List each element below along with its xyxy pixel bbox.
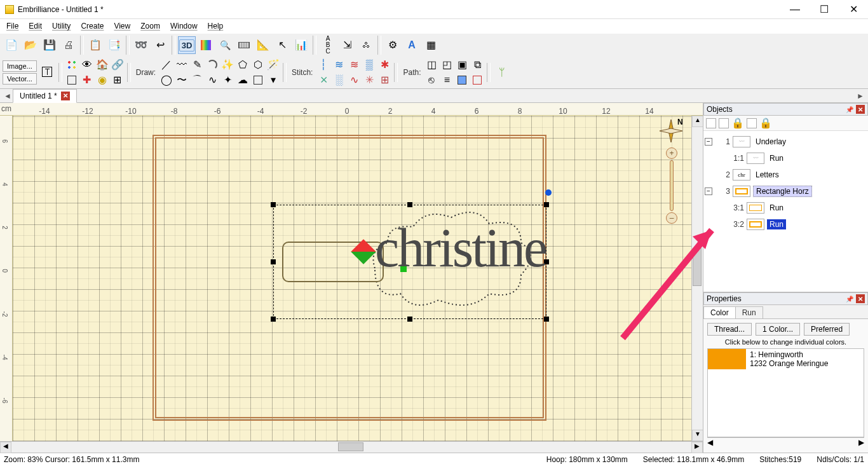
freehand-icon[interactable]: ✎ bbox=[190, 58, 204, 72]
zigzag-icon[interactable]: ≋ bbox=[347, 58, 361, 72]
pointer-icon[interactable]: ↖ bbox=[273, 36, 291, 54]
preferred-button[interactable]: Preferred bbox=[804, 323, 850, 336]
scroll-up-icon[interactable]: ▲ bbox=[692, 116, 703, 127]
zoom-slider[interactable]: + – bbox=[666, 147, 677, 224]
colorbars-icon[interactable]: 📊 bbox=[292, 36, 310, 54]
tab-run[interactable]: Run bbox=[735, 306, 763, 318]
close-button[interactable]: ✕ bbox=[839, 0, 868, 19]
ellipse-icon[interactable]: ◯ bbox=[159, 73, 173, 87]
pin-icon[interactable]: 📌 bbox=[846, 106, 853, 113]
tab-scroll-right[interactable]: ► bbox=[855, 92, 865, 100]
bezier-icon[interactable]: ∿ bbox=[205, 73, 219, 87]
rect-icon[interactable] bbox=[251, 73, 265, 87]
fan-icon[interactable]: 𑗘 bbox=[357, 36, 375, 54]
design-canvas[interactable]: N + – bbox=[13, 116, 691, 441]
list-icon[interactable] bbox=[719, 118, 729, 128]
menu-utility[interactable]: Utility bbox=[48, 20, 74, 32]
cloud-icon[interactable]: ☁ bbox=[236, 73, 250, 87]
gear-icon[interactable]: ⚙ bbox=[384, 36, 402, 54]
star-stitch-icon[interactable]: ✳ bbox=[362, 73, 376, 87]
panel-close-icon[interactable]: ✕ bbox=[856, 105, 865, 114]
inflate-icon[interactable]: ⧉ bbox=[470, 58, 484, 72]
vertical-scrollbar[interactable]: ▲ ▼ bbox=[691, 116, 703, 441]
scroll-thumb[interactable] bbox=[338, 442, 363, 451]
rotate-handle[interactable] bbox=[545, 189, 552, 196]
fill-blue-icon[interactable] bbox=[455, 73, 469, 87]
doc-tab[interactable]: Untitled 1 * ✕ bbox=[13, 89, 77, 103]
abc-icon[interactable]: ABC bbox=[319, 36, 337, 54]
color-swatch[interactable] bbox=[708, 349, 746, 369]
subtract-icon[interactable]: ◰ bbox=[440, 58, 454, 72]
arc2-icon[interactable]: ⌒ bbox=[190, 73, 204, 87]
target-icon[interactable]: ◉ bbox=[95, 73, 109, 87]
run-stitch-icon[interactable]: ┆ bbox=[316, 58, 330, 72]
tree-item-rect-run1[interactable]: 3:1 Run bbox=[705, 200, 867, 216]
doc-tab-close-icon[interactable]: ✕ bbox=[61, 92, 70, 100]
tree-item-underlay[interactable]: − 1 〰 Underlay bbox=[705, 133, 867, 150]
tree-item-underlay-run[interactable]: 1:1 〰 Run bbox=[705, 150, 867, 167]
one-color-button[interactable]: 1 Color... bbox=[756, 323, 800, 336]
color-row[interactable]: 1: Hemingworth 1232 Orange Meringue bbox=[708, 349, 864, 369]
scroll-left-icon[interactable]: ◀ bbox=[0, 442, 11, 453]
line-icon[interactable]: ／ bbox=[159, 58, 173, 72]
scroll-right-icon[interactable]: ▶ bbox=[691, 442, 703, 453]
copy-icon[interactable]: 📋 bbox=[86, 36, 104, 54]
lock2-icon[interactable]: 🔒 bbox=[759, 118, 772, 128]
menu-window[interactable]: Window bbox=[166, 20, 201, 32]
3d-button[interactable]: 3D bbox=[178, 36, 196, 54]
tree-item-rectangle[interactable]: − 3 Rectangle Horz bbox=[705, 183, 867, 200]
text-tool-icon[interactable]: 🅃 bbox=[38, 64, 56, 81]
menu-help[interactable]: Help bbox=[204, 20, 227, 32]
selected-object[interactable]: christine bbox=[273, 205, 546, 319]
curve-icon[interactable] bbox=[205, 58, 219, 72]
texture-icon[interactable]: ⊞ bbox=[377, 73, 391, 87]
resize-handle[interactable] bbox=[271, 259, 276, 264]
resize-handle[interactable] bbox=[544, 317, 549, 322]
magic-icon[interactable]: ✨ bbox=[220, 58, 234, 72]
text-a-icon[interactable]: A bbox=[403, 36, 421, 54]
cut-icon[interactable] bbox=[747, 118, 757, 128]
pin-icon[interactable]: 📌 bbox=[846, 296, 853, 303]
resize-handle[interactable] bbox=[544, 202, 549, 207]
zoom-in-icon[interactable]: + bbox=[666, 147, 677, 159]
resize-handle[interactable] bbox=[271, 202, 276, 207]
ruler-icon[interactable] bbox=[235, 36, 253, 54]
nodes-icon[interactable]: ⊞ bbox=[111, 73, 125, 87]
star-icon[interactable]: ✦ bbox=[220, 73, 234, 87]
menu-edit[interactable]: Edit bbox=[25, 20, 46, 32]
link-icon[interactable]: 🔗 bbox=[111, 58, 125, 72]
zoom-track[interactable] bbox=[670, 160, 674, 211]
lock-icon[interactable]: 🔒 bbox=[731, 118, 744, 128]
color-list[interactable]: 1: Hemingworth 1232 Orange Meringue bbox=[707, 348, 864, 437]
horizontal-scrollbar[interactable]: ◀ ▶ bbox=[0, 441, 703, 453]
paste-icon[interactable]: 📑 bbox=[105, 36, 123, 54]
measure-icon[interactable]: 📐 bbox=[254, 36, 272, 54]
panel-close-icon[interactable]: ✕ bbox=[856, 294, 865, 303]
compass-icon[interactable]: N bbox=[658, 118, 684, 144]
menu-zoom[interactable]: Zoom bbox=[137, 20, 164, 32]
zoom-icon[interactable]: 🔍 bbox=[216, 36, 234, 54]
dropdown-icon[interactable]: ▾ bbox=[266, 73, 280, 87]
open-icon[interactable]: 📂 bbox=[22, 36, 39, 54]
fill2-icon[interactable]: ░ bbox=[332, 73, 346, 87]
thread-button[interactable]: Thread... bbox=[707, 323, 752, 336]
grid-icon[interactable]: ▦ bbox=[422, 36, 440, 54]
vector-button[interactable]: Vector... bbox=[3, 73, 37, 85]
needle-icon[interactable]: ➿ bbox=[132, 36, 150, 54]
merge-icon[interactable]: ⇲ bbox=[338, 36, 356, 54]
collapse-icon[interactable]: − bbox=[705, 138, 712, 146]
save-icon[interactable]: 💾 bbox=[41, 36, 58, 54]
fill1-icon[interactable]: ▒ bbox=[362, 58, 376, 72]
new-icon[interactable]: 📄 bbox=[3, 36, 20, 54]
shape1-icon[interactable]: ⬠ bbox=[236, 58, 250, 72]
select-icon[interactable] bbox=[65, 73, 79, 87]
palette-icon[interactable] bbox=[197, 36, 215, 54]
scroll-thumb[interactable] bbox=[693, 248, 702, 286]
maximize-button[interactable]: ☐ bbox=[810, 0, 839, 19]
resize-handle[interactable] bbox=[271, 317, 276, 322]
align-icon[interactable]: ≡ bbox=[440, 73, 454, 87]
print-icon[interactable]: 🖨 bbox=[60, 36, 78, 54]
objects-tree[interactable]: − 1 〰 Underlay 1:1 〰 Run 2 chr Letters −… bbox=[703, 131, 868, 292]
collapse-icon[interactable]: − bbox=[705, 188, 712, 195]
satin-icon[interactable]: ≋ bbox=[332, 58, 346, 72]
